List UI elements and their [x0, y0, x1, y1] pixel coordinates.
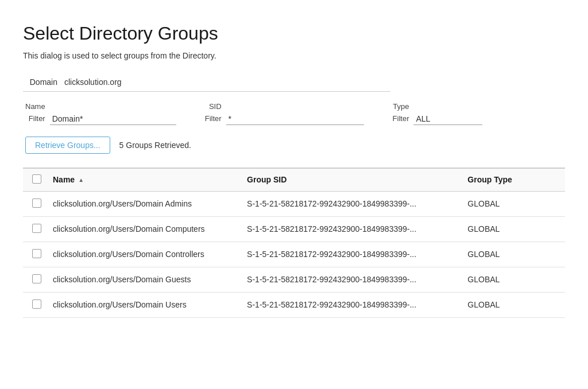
name-filter-input[interactable] [50, 113, 176, 125]
row-checkbox-0[interactable] [32, 199, 41, 208]
table-header: Name ▲ Group SID Group Type [23, 169, 565, 192]
cell-name-3: clicksolution.org/Users/Domain Guests [53, 275, 247, 284]
filter-label-1: Filter [29, 113, 45, 125]
cell-type-4: GLOBAL [467, 300, 556, 309]
type-filter-input[interactable] [413, 113, 482, 125]
groups-table: Name ▲ Group SID Group Type clicksolutio… [23, 168, 565, 318]
header-checkbox-col [32, 174, 53, 185]
row-checkbox-col [32, 199, 53, 209]
header-type: Group Type [467, 175, 556, 184]
domain-value: clicksolution.org [64, 77, 122, 87]
page-title: Select Directory Groups [23, 23, 565, 44]
status-text: 5 Groups Retrieved. [119, 141, 191, 150]
row-checkbox-col [32, 274, 53, 285]
row-checkbox-2[interactable] [32, 249, 41, 258]
cell-sid-1: S-1-5-21-58218172-992432900-1849983399-.… [247, 224, 467, 234]
action-row: Retrieve Groups... 5 Groups Retrieved. [25, 137, 565, 154]
row-checkbox-1[interactable] [32, 224, 41, 233]
sid-filter-input[interactable] [226, 113, 364, 125]
table-row: clicksolution.org/Users/Domain Computers… [23, 217, 565, 242]
domain-row: Domain clicksolution.org [23, 77, 390, 92]
retrieve-groups-button[interactable]: Retrieve Groups... [25, 137, 110, 154]
name-filter-label-group: Name Filter [25, 101, 45, 125]
cell-type-3: GLOBAL [467, 275, 556, 284]
cell-name-4: clicksolution.org/Users/Domain Users [53, 300, 247, 309]
row-checkbox-col [32, 249, 53, 260]
page-description: This dialog is used to select groups fro… [23, 51, 565, 60]
row-checkbox-col [32, 299, 53, 310]
sid-filter-label-group: SID Filter [205, 101, 222, 125]
cell-sid-0: S-1-5-21-58218172-992432900-1849983399-.… [247, 199, 467, 208]
table-row: clicksolution.org/Users/Domain Users S-1… [23, 293, 565, 318]
cell-name-2: clicksolution.org/Users/Domain Controlle… [53, 250, 247, 259]
table-row: clicksolution.org/Users/Domain Controlle… [23, 242, 565, 267]
sort-icon: ▲ [78, 177, 84, 183]
cell-name-1: clicksolution.org/Users/Domain Computers [53, 224, 247, 234]
form-section: Domain clicksolution.org Name Filter SID… [23, 77, 565, 154]
row-checkbox-col [32, 224, 53, 235]
cell-sid-4: S-1-5-21-58218172-992432900-1849983399-.… [247, 300, 467, 309]
cell-type-0: GLOBAL [467, 199, 556, 208]
select-all-checkbox[interactable] [32, 174, 41, 184]
table-row: clicksolution.org/Users/Domain Guests S-… [23, 267, 565, 293]
cell-sid-3: S-1-5-21-58218172-992432900-1849983399-.… [247, 275, 467, 284]
cell-type-1: GLOBAL [467, 224, 556, 234]
row-checkbox-4[interactable] [32, 299, 41, 309]
filter-label-3: Filter [393, 113, 409, 125]
row-checkbox-3[interactable] [32, 274, 41, 283]
domain-label: Domain [23, 77, 57, 87]
filter-label-2: Filter [205, 113, 222, 125]
name-label: Name [25, 101, 45, 113]
table-row: clicksolution.org/Users/Domain Admins S-… [23, 192, 565, 217]
type-filter-label-group: Type Filter [393, 101, 409, 125]
cell-sid-2: S-1-5-21-58218172-992432900-1849983399-.… [247, 250, 467, 259]
cell-type-2: GLOBAL [467, 250, 556, 259]
table-body: clicksolution.org/Users/Domain Admins S-… [23, 192, 565, 318]
sid-label: SID [209, 101, 222, 113]
type-label: Type [393, 101, 409, 113]
header-sid: Group SID [247, 175, 467, 184]
header-name: Name ▲ [53, 175, 247, 184]
cell-name-0: clicksolution.org/Users/Domain Admins [53, 199, 247, 208]
